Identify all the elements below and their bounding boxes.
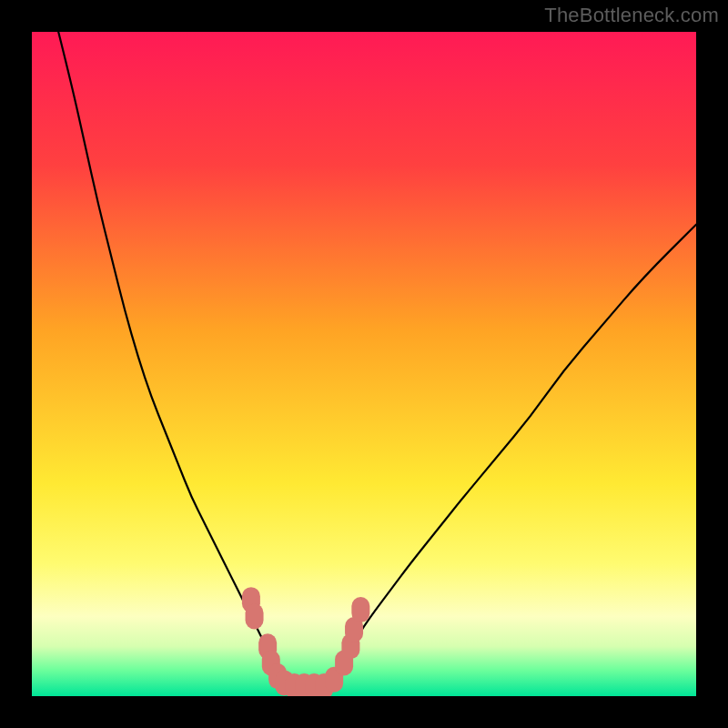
background-gradient xyxy=(32,32,696,696)
watermark-text: TheBottleneck.com xyxy=(544,4,719,27)
marker-1 xyxy=(246,603,264,629)
marker-14 xyxy=(351,597,369,622)
chart-canvas xyxy=(32,32,696,696)
plot-area xyxy=(32,32,696,696)
chart-root: TheBottleneck.com xyxy=(0,0,728,728)
